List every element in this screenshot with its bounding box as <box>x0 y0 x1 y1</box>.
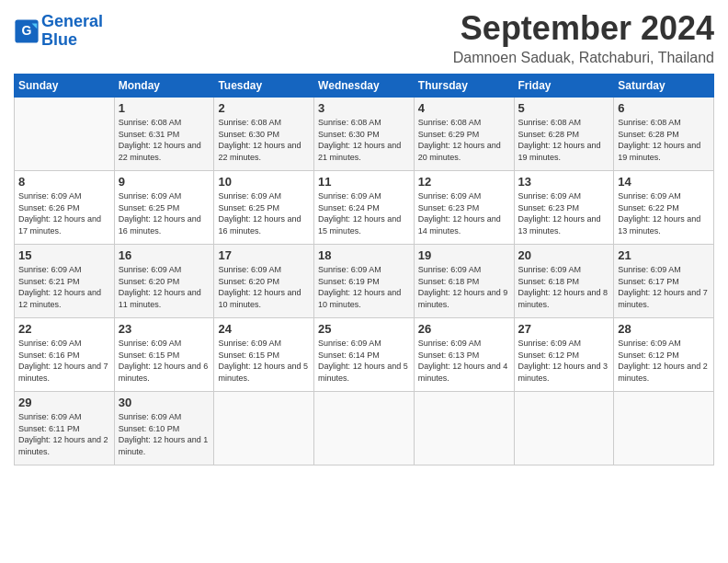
day-info: Sunrise: 6:09 AMSunset: 6:22 PMDaylight:… <box>618 190 710 236</box>
day-number: 9 <box>119 175 210 189</box>
calendar-week-row: 15Sunrise: 6:09 AMSunset: 6:21 PMDayligh… <box>15 245 714 318</box>
day-info: Sunrise: 6:08 AMSunset: 6:28 PMDaylight:… <box>518 117 610 163</box>
day-info: Sunrise: 6:09 AMSunset: 6:24 PMDaylight:… <box>318 190 410 236</box>
table-row: 17Sunrise: 6:09 AMSunset: 6:20 PMDayligh… <box>214 245 314 318</box>
logo-text: General Blue <box>41 13 103 50</box>
table-row: 3Sunrise: 6:08 AMSunset: 6:30 PMDaylight… <box>314 98 415 171</box>
table-row: 6Sunrise: 6:08 AMSunset: 6:28 PMDaylight… <box>614 98 714 171</box>
calendar-week-row: 29Sunrise: 6:09 AMSunset: 6:11 PMDayligh… <box>15 392 714 465</box>
table-row: 8Sunrise: 6:09 AMSunset: 6:26 PMDaylight… <box>15 171 115 245</box>
table-row: 5Sunrise: 6:08 AMSunset: 6:28 PMDaylight… <box>514 98 614 171</box>
table-row: 23Sunrise: 6:09 AMSunset: 6:15 PMDayligh… <box>114 318 214 392</box>
day-number: 21 <box>618 248 710 262</box>
day-info: Sunrise: 6:08 AMSunset: 6:30 PMDaylight:… <box>218 117 310 163</box>
table-row: 24Sunrise: 6:09 AMSunset: 6:15 PMDayligh… <box>214 318 314 392</box>
day-number: 16 <box>119 248 210 262</box>
table-row: 26Sunrise: 6:09 AMSunset: 6:13 PMDayligh… <box>414 318 514 392</box>
day-number: 1 <box>119 101 210 115</box>
table-row: 10Sunrise: 6:09 AMSunset: 6:25 PMDayligh… <box>214 171 314 245</box>
day-info: Sunrise: 6:09 AMSunset: 6:23 PMDaylight:… <box>518 190 610 236</box>
table-row <box>214 392 314 465</box>
day-number: 11 <box>318 175 410 189</box>
table-row: 29Sunrise: 6:09 AMSunset: 6:11 PMDayligh… <box>15 392 115 465</box>
day-info: Sunrise: 6:09 AMSunset: 6:12 PMDaylight:… <box>518 338 610 384</box>
day-number: 26 <box>418 322 510 336</box>
day-info: Sunrise: 6:09 AMSunset: 6:20 PMDaylight:… <box>119 264 210 310</box>
header-tuesday: Tuesday <box>214 75 314 98</box>
day-info: Sunrise: 6:09 AMSunset: 6:26 PMDaylight:… <box>18 190 110 236</box>
header-friday: Friday <box>514 75 614 98</box>
table-row <box>614 392 714 465</box>
table-row <box>15 98 115 171</box>
day-number: 24 <box>218 322 310 336</box>
logo: G General Blue <box>14 13 103 50</box>
table-row: 4Sunrise: 6:08 AMSunset: 6:29 PMDaylight… <box>414 98 514 171</box>
table-row: 12Sunrise: 6:09 AMSunset: 6:23 PMDayligh… <box>414 171 514 245</box>
svg-text:G: G <box>22 23 32 38</box>
day-info: Sunrise: 6:09 AMSunset: 6:20 PMDaylight:… <box>218 264 310 310</box>
day-number: 27 <box>518 322 610 336</box>
calendar-week-row: 1Sunrise: 6:08 AMSunset: 6:31 PMDaylight… <box>15 98 714 171</box>
table-row <box>514 392 614 465</box>
header-thursday: Thursday <box>414 75 514 98</box>
day-number: 13 <box>518 175 610 189</box>
day-number: 25 <box>318 322 410 336</box>
table-row: 2Sunrise: 6:08 AMSunset: 6:30 PMDaylight… <box>214 98 314 171</box>
table-row <box>314 392 415 465</box>
day-number: 17 <box>218 248 310 262</box>
day-number: 6 <box>618 101 710 115</box>
day-info: Sunrise: 6:09 AMSunset: 6:12 PMDaylight:… <box>618 338 710 384</box>
day-number: 23 <box>119 322 210 336</box>
title-section: September 2024 Damnoen Saduak, Ratchabur… <box>453 9 714 66</box>
month-year-title: September 2024 <box>453 9 714 48</box>
table-row: 22Sunrise: 6:09 AMSunset: 6:16 PMDayligh… <box>15 318 115 392</box>
day-info: Sunrise: 6:09 AMSunset: 6:14 PMDaylight:… <box>318 338 410 384</box>
table-row: 9Sunrise: 6:09 AMSunset: 6:25 PMDaylight… <box>114 171 214 245</box>
table-row: 20Sunrise: 6:09 AMSunset: 6:18 PMDayligh… <box>514 245 614 318</box>
table-row: 15Sunrise: 6:09 AMSunset: 6:21 PMDayligh… <box>15 245 115 318</box>
day-number: 8 <box>18 175 110 189</box>
table-row: 11Sunrise: 6:09 AMSunset: 6:24 PMDayligh… <box>314 171 415 245</box>
table-row: 16Sunrise: 6:09 AMSunset: 6:20 PMDayligh… <box>114 245 214 318</box>
day-info: Sunrise: 6:09 AMSunset: 6:23 PMDaylight:… <box>418 190 510 236</box>
day-info: Sunrise: 6:09 AMSunset: 6:17 PMDaylight:… <box>618 264 710 310</box>
day-number: 19 <box>418 248 510 262</box>
day-info: Sunrise: 6:08 AMSunset: 6:29 PMDaylight:… <box>418 117 510 163</box>
calendar-week-row: 22Sunrise: 6:09 AMSunset: 6:16 PMDayligh… <box>15 318 714 392</box>
day-number: 2 <box>218 101 310 115</box>
day-number: 15 <box>18 248 110 262</box>
header: G General Blue September 2024 Damnoen Sa… <box>14 9 714 66</box>
day-number: 29 <box>18 396 110 409</box>
calendar-table: Sunday Monday Tuesday Wednesday Thursday… <box>14 74 714 465</box>
day-info: Sunrise: 6:09 AMSunset: 6:15 PMDaylight:… <box>218 338 310 384</box>
day-info: Sunrise: 6:08 AMSunset: 6:31 PMDaylight:… <box>119 117 210 163</box>
day-info: Sunrise: 6:09 AMSunset: 6:21 PMDaylight:… <box>18 264 110 310</box>
day-info: Sunrise: 6:09 AMSunset: 6:25 PMDaylight:… <box>218 190 310 236</box>
day-number: 14 <box>618 175 710 189</box>
table-row: 21Sunrise: 6:09 AMSunset: 6:17 PMDayligh… <box>614 245 714 318</box>
day-info: Sunrise: 6:09 AMSunset: 6:10 PMDaylight:… <box>119 411 210 457</box>
table-row <box>414 392 514 465</box>
table-row: 14Sunrise: 6:09 AMSunset: 6:22 PMDayligh… <box>614 171 714 245</box>
header-wednesday: Wednesday <box>314 75 415 98</box>
calendar-week-row: 8Sunrise: 6:09 AMSunset: 6:26 PMDaylight… <box>15 171 714 245</box>
table-row: 28Sunrise: 6:09 AMSunset: 6:12 PMDayligh… <box>614 318 714 392</box>
day-number: 10 <box>218 175 310 189</box>
day-number: 4 <box>418 101 510 115</box>
table-row: 30Sunrise: 6:09 AMSunset: 6:10 PMDayligh… <box>114 392 214 465</box>
day-info: Sunrise: 6:09 AMSunset: 6:18 PMDaylight:… <box>518 264 610 310</box>
calendar-header-row: Sunday Monday Tuesday Wednesday Thursday… <box>15 75 714 98</box>
day-number: 12 <box>418 175 510 189</box>
day-number: 28 <box>618 322 710 336</box>
day-number: 3 <box>318 101 410 115</box>
day-info: Sunrise: 6:09 AMSunset: 6:16 PMDaylight:… <box>18 338 110 384</box>
table-row: 25Sunrise: 6:09 AMSunset: 6:14 PMDayligh… <box>314 318 415 392</box>
table-row: 18Sunrise: 6:09 AMSunset: 6:19 PMDayligh… <box>314 245 415 318</box>
header-monday: Monday <box>114 75 214 98</box>
day-info: Sunrise: 6:09 AMSunset: 6:13 PMDaylight:… <box>418 338 510 384</box>
day-info: Sunrise: 6:09 AMSunset: 6:15 PMDaylight:… <box>119 338 210 384</box>
day-info: Sunrise: 6:09 AMSunset: 6:11 PMDaylight:… <box>18 411 110 457</box>
day-info: Sunrise: 6:08 AMSunset: 6:28 PMDaylight:… <box>618 117 710 163</box>
table-row: 27Sunrise: 6:09 AMSunset: 6:12 PMDayligh… <box>514 318 614 392</box>
day-number: 18 <box>318 248 410 262</box>
